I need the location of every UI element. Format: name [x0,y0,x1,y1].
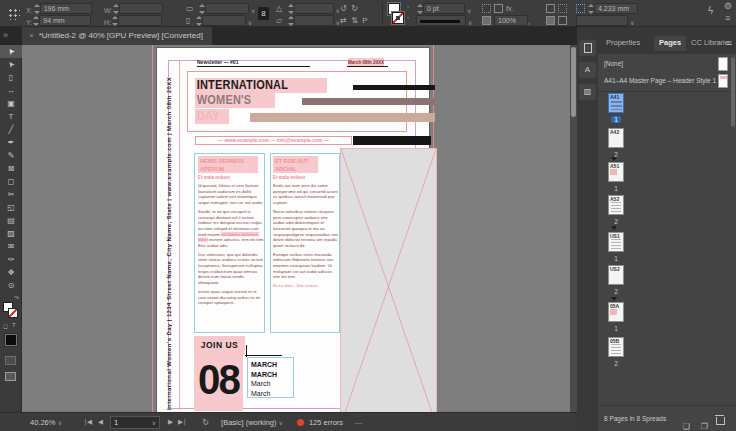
y-field[interactable]: 94 mm [39,15,91,26]
vertical-scrollbar[interactable] [570,45,577,412]
formatting-affects-container-button[interactable]: ◻ [3,322,8,329]
toolbar-stroke-swatch[interactable] [8,308,18,318]
pencil-tool[interactable]: ✎ [0,149,22,162]
shear-stepper[interactable] [288,16,293,26]
w-field[interactable] [119,3,163,14]
chevron-down-icon[interactable]: ∨ [630,20,634,26]
page-thumbnail[interactable]: A51 [608,162,624,182]
page-thumbnail[interactable]: US1 [608,232,624,252]
gradient-feather-tool[interactable]: ▨ [0,227,22,240]
wrap-options-icon[interactable] [558,16,567,25]
image-placeholder-frame[interactable] [340,148,437,412]
gradient-swatch-tool[interactable]: ▤ [0,214,22,227]
document-page[interactable]: International Women's Day | 1234 Street … [157,48,429,412]
eyedropper-tool[interactable]: ✑ [0,253,22,266]
scale-x-field[interactable] [205,3,249,14]
x-stepper[interactable] [34,4,39,14]
page-tool[interactable]: ▯ [0,71,22,84]
rotate-view-icon[interactable]: ↻ [202,418,209,427]
previous-page-button[interactable]: ◀ [98,418,103,426]
scrollbar-thumb[interactable] [571,47,576,117]
panel-overflow-icon[interactable]: » [3,30,8,40]
zoom-tool[interactable]: ⊙ [0,279,22,292]
wrap-jump-icon[interactable] [546,16,555,25]
preflight-error-count[interactable]: 125 errors [309,418,343,427]
corner-radius-stepper[interactable] [588,4,593,14]
page-item[interactable]: 05A1 [608,302,624,333]
stroke-weight-stepper[interactable] [417,4,422,14]
tab-pages[interactable]: Pages [654,36,686,51]
rotate-ccw-button[interactable]: ↺ [340,3,347,15]
tab-properties[interactable]: Properties [606,38,640,47]
flip-horizontal-button[interactable]: ⇄ [340,15,347,27]
delete-page-icon[interactable] [716,415,724,424]
chevron-down-icon[interactable]: ∨ [57,419,61,426]
pen-tool[interactable]: ✒ [0,136,22,149]
month-text-frame[interactable]: MARCH MARCH March March [247,357,294,398]
text-frame-column1[interactable]: HENIS DERIBUS APERUM Et mala nobest Id q… [194,153,265,333]
page-thumbnail[interactable]: US2 [608,265,624,285]
edit-page-size-icon[interactable]: ❏ [683,414,690,431]
screen-mode-button[interactable] [5,372,16,381]
control-bar-menu-icon[interactable]: ≡ [725,13,730,23]
rotate-cw-button[interactable]: ↻ [351,3,358,15]
h-stepper[interactable] [112,16,117,26]
master-item-header-style[interactable]: A41–A4 Master Page – Header Style 1 [604,72,730,90]
fx-icon[interactable]: fx. [506,3,513,15]
corner-radius-field[interactable]: 4.233 mm [594,3,638,14]
page-item[interactable]: A511 [608,162,624,193]
panel-scrollbar-thumb[interactable] [731,57,735,127]
x-field[interactable]: 196 mm [40,3,92,14]
scale-y-stepper[interactable] [196,16,201,26]
stroke-style-dropdown[interactable] [416,15,466,26]
text-frame-column2[interactable]: ET EOS AUT ARCHIL Et mala nobest Endis a… [270,153,340,333]
new-page-icon[interactable]: ❐ [701,414,708,431]
page-item[interactable]: A522 [608,195,624,226]
page-item[interactable]: US22 [608,265,624,296]
page-thumbnail[interactable]: 05A [608,302,624,322]
page-thumbnail[interactable]: A42 [608,128,624,148]
page-item[interactable]: 05B2 [608,337,624,368]
gpu-performance-icon[interactable]: ϟ [708,5,713,16]
y-stepper[interactable] [33,16,38,26]
wrap-none-icon[interactable] [546,4,555,13]
reference-point-proxy[interactable] [7,7,20,20]
flip-vertical-button[interactable]: ⇅ [351,15,358,27]
selection-tool[interactable]: ➤ [0,45,22,58]
master-item-none[interactable]: [None] [604,55,730,73]
swap-fill-stroke-icon[interactable]: ↷ [14,294,19,301]
opacity-flyout-arrow[interactable]: › [528,20,530,26]
pages-panel-icon[interactable] [579,40,596,56]
fill-flyout-arrow[interactable]: › [407,3,409,9]
close-icon[interactable]: × [29,31,34,40]
hand-tool[interactable]: ❖ [0,266,22,279]
type-tool[interactable]: T [0,110,22,123]
gap-tool[interactable]: ↔ [0,84,22,97]
rectangle-tool[interactable]: ◻ [0,175,22,188]
chevron-down-icon[interactable]: ∨ [278,419,282,426]
stroke-weight-field[interactable]: 0 pt [423,3,465,14]
opacity-field[interactable]: 100% [494,15,528,26]
scale-x-stepper[interactable] [199,4,204,14]
note-tool[interactable]: ✉ [0,240,22,253]
first-page-button[interactable]: ∣◀ [84,418,92,426]
tab-cc-libraries[interactable]: CC Librarie [691,38,729,47]
page-item[interactable]: A411 [608,93,624,124]
last-page-button[interactable]: ▶∣ [178,418,186,426]
page-thumbnail[interactable]: A52 [608,195,624,215]
formatting-affects-text-button[interactable]: T [12,322,16,328]
rotation-stepper[interactable] [288,4,293,14]
apply-gradient-button[interactable] [5,356,16,365]
rotation-angle-field[interactable] [294,3,334,14]
drop-shadow-icon[interactable] [494,4,503,13]
line-tool[interactable]: ╱ [0,123,22,136]
document-tab[interactable]: ×*Untitled-2 @ 40% [GPU Preview] [Conver… [22,27,212,45]
h-field[interactable] [118,15,162,26]
shear-angle-field[interactable] [294,15,334,26]
zoom-level[interactable]: 40.26% [30,418,55,427]
page-number-dropdown[interactable]: 1∨ [110,416,160,429]
chevron-down-icon[interactable]: ∨ [468,20,472,26]
swatches-panel-icon[interactable]: ▧ [579,84,596,100]
apply-color-button[interactable] [5,334,17,346]
scissors-tool[interactable]: ✂ [0,188,22,201]
